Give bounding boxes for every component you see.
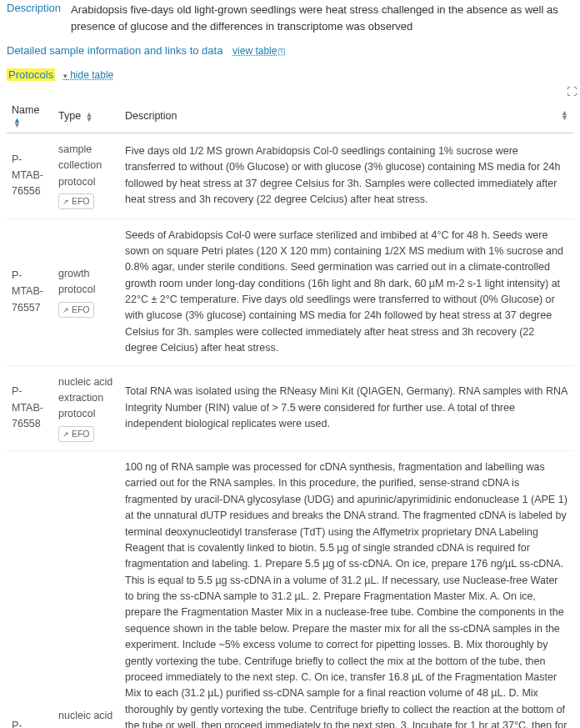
sample-info-link[interactable]: Detailed sample information and links to… — [7, 44, 222, 57]
protocols-label: Protocols — [7, 68, 55, 81]
efo-button[interactable]: ↗ EFO — [58, 193, 94, 209]
column-header-name[interactable]: Name ▲▼ — [7, 99, 53, 133]
cell-description: 100 ng of RNA sample was processed for c… — [120, 451, 573, 729]
table-row: P-MTAB-76559 nucleic acid labeling proto… — [7, 451, 573, 729]
external-link-icon: ◳ — [278, 47, 285, 56]
description-label: Description — [7, 2, 61, 34]
table-row: P-MTAB-76558 nucleic acid extraction pro… — [7, 365, 573, 451]
cell-name: P-MTAB-76557 — [7, 218, 53, 365]
cell-type: nucleic acid labeling protocol ↗ EFO — [53, 451, 120, 729]
external-link-icon: ↗ — [62, 198, 69, 206]
cell-name: P-MTAB-76556 — [7, 133, 53, 219]
cell-type: nucleic acid extraction protocol ↗ EFO — [53, 365, 120, 451]
efo-button[interactable]: ↗ EFO — [58, 426, 94, 442]
sort-icon: ▲▼ — [561, 110, 568, 120]
view-table-label: view table — [232, 45, 277, 57]
cell-name: P-MTAB-76558 — [7, 365, 53, 451]
cell-type: sample collection protocol ↗ EFO — [53, 133, 120, 219]
cell-description: Total RNA was isolated using the RNeasy … — [120, 365, 573, 451]
table-row: P-MTAB-76556 sample collection protocol … — [7, 133, 573, 219]
protocols-table: Name ▲▼ Type ▲▼ Description ▲▼ P-MTAB-76… — [7, 99, 573, 728]
cell-name: P-MTAB-76559 — [7, 451, 53, 729]
cell-type: growth protocol ↗ EFO — [53, 218, 120, 365]
table-row: P-MTAB-76557 growth protocol ↗ EFO Seeds… — [7, 218, 573, 365]
hide-table-label: hide table — [70, 69, 113, 81]
external-link-icon: ↗ — [62, 430, 69, 439]
cell-description: Five days old 1/2 MS grown Arabidopsis C… — [120, 133, 573, 219]
sort-icon: ▲▼ — [13, 118, 21, 128]
description-text: Arabidopsis five-days old light-grown se… — [71, 2, 573, 34]
column-header-type[interactable]: Type ▲▼ — [53, 99, 120, 133]
column-header-description[interactable]: Description ▲▼ — [120, 99, 573, 133]
view-table-button[interactable]: view table◳ — [232, 45, 285, 57]
efo-button[interactable]: ↗ EFO — [58, 302, 94, 318]
fullscreen-icon[interactable]: ⛶ — [567, 86, 577, 98]
external-link-icon: ↗ — [62, 306, 69, 314]
cell-description: Seeds of Arabidopsis Col-0 were surface … — [120, 218, 573, 365]
sort-icon: ▲▼ — [86, 112, 93, 122]
chevron-down-icon: ▾ — [63, 72, 68, 80]
hide-table-button[interactable]: ▾ hide table — [63, 69, 113, 81]
